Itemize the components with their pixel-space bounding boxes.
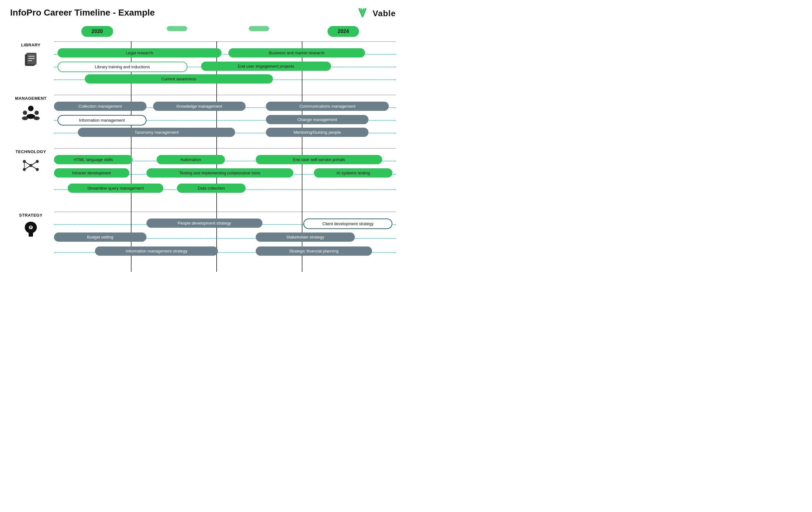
pill-data-collection: Data collection <box>177 184 245 193</box>
management-section: Collection management Knowledge manageme… <box>54 95 396 148</box>
svg-point-10 <box>34 117 40 120</box>
svg-line-17 <box>31 161 37 165</box>
logo-text: Vable <box>373 8 396 19</box>
category-technology: TECHNOLOGY <box>10 147 52 210</box>
pill-budget-setting: Budget setting <box>54 233 146 242</box>
library-icon <box>21 49 40 68</box>
svg-point-7 <box>35 111 39 115</box>
pill-client-dev: Client development strategy <box>303 218 392 229</box>
pill-end-user-engagement: End user engagement projects <box>201 62 331 71</box>
categories-column: LIBRARY MANAGEMENT <box>10 25 52 272</box>
svg-point-5 <box>28 106 33 111</box>
svg-line-19 <box>31 165 37 170</box>
pill-library-training: Library training and inductions <box>58 62 187 72</box>
pill-info-mgmt-strategy: Information management strategy <box>95 246 218 256</box>
pill-current-awareness: Current awareness <box>85 74 273 84</box>
pill-html-skills: HTML language skills <box>54 155 133 164</box>
pill-intranet-dev: Intranet development <box>54 168 129 178</box>
pill-taxonomy-mgmt: Taxonomy management <box>78 128 235 137</box>
pill-business-market: Business and market research <box>228 48 365 58</box>
page-title: InfoPro Career Timeline - Example <box>10 8 155 18</box>
pill-ai-testing: AI systems testing <box>314 168 392 178</box>
pill-information-mgmt: Information management <box>58 115 146 125</box>
library-section: Legal research Business and market resea… <box>54 41 396 95</box>
header: InfoPro Career Timeline - Example Vable <box>10 8 396 19</box>
timeline-container: LIBRARY MANAGEMENT <box>10 25 396 272</box>
pill-strategic-financial: Strategic financial planning <box>256 246 372 256</box>
category-label-technology: TECHNOLOGY <box>16 149 47 154</box>
pill-mentoring: Mentoring/Guiding people <box>266 128 369 137</box>
timeline-area: 2020 2024 Legal research Business and ma… <box>54 25 396 272</box>
year-2021 <box>167 26 187 31</box>
vable-logo-icon <box>355 8 370 19</box>
technology-section: HTML language skills Automation End user… <box>54 148 396 212</box>
category-strategy: STRATEGY <box>10 210 52 271</box>
category-label-library: LIBRARY <box>21 42 41 47</box>
category-label-strategy: STRATEGY <box>19 213 42 217</box>
pill-testing-collab: Testing and implementing collaborative t… <box>146 168 293 178</box>
pill-stakeholder: Stakeholder strategy <box>256 233 355 242</box>
management-icon <box>21 102 40 122</box>
strategy-icon <box>21 219 40 239</box>
year-2022 <box>249 26 269 31</box>
page: InfoPro Career Timeline - Example Vable … <box>0 0 406 278</box>
pill-automation: Automation <box>156 155 225 164</box>
strategy-section: People development strategy Client devel… <box>54 212 396 272</box>
pill-streamline-query: Streamline query management <box>68 184 163 193</box>
category-management: MANAGEMENT <box>10 93 52 147</box>
pill-communications-mgmt: Communications management <box>266 102 389 111</box>
svg-rect-21 <box>29 235 33 237</box>
pill-end-user-portals: End user self-service portals <box>256 155 382 164</box>
pill-people-dev: People development strategy <box>146 218 263 228</box>
svg-line-18 <box>25 165 31 170</box>
year-2020: 2020 <box>81 26 113 37</box>
technology-icon <box>21 156 40 175</box>
pill-change-mgmt: Change management <box>266 115 369 124</box>
category-label-management: MANAGEMENT <box>15 96 47 101</box>
pill-knowledge-mgmt: Knowledge management <box>153 102 245 111</box>
logo: Vable <box>355 8 396 19</box>
svg-point-9 <box>22 117 28 120</box>
svg-line-16 <box>25 161 31 165</box>
year-row: 2020 2024 <box>54 25 396 40</box>
category-library: LIBRARY <box>10 40 52 93</box>
year-2024: 2024 <box>327 26 359 37</box>
svg-point-6 <box>23 111 27 115</box>
pill-collection-mgmt: Collection management <box>54 102 146 111</box>
pill-legal-research: Legal research <box>58 48 222 58</box>
